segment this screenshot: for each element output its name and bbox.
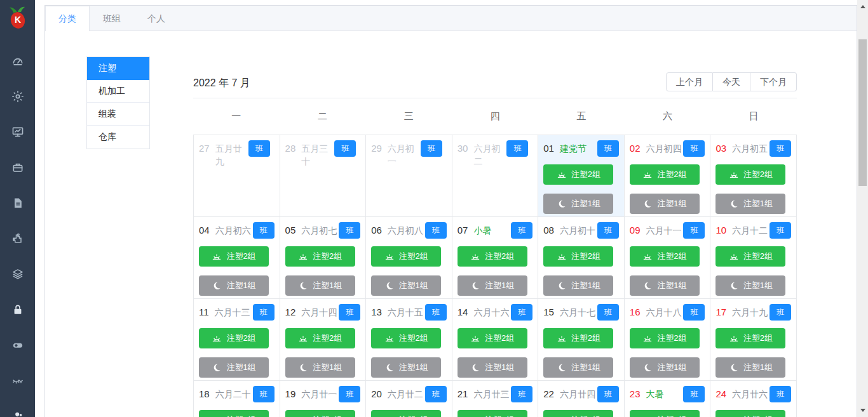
- shift-badge[interactable]: 班: [683, 304, 705, 321]
- eye-closed-icon[interactable]: [0, 363, 35, 399]
- shift-badge[interactable]: 班: [253, 386, 275, 402]
- tab-分类[interactable]: 分类: [45, 6, 90, 30]
- shift-badge[interactable]: 班: [770, 304, 791, 321]
- app-logo[interactable]: K: [5, 4, 31, 32]
- shift-badge[interactable]: 班: [683, 222, 705, 239]
- day-shift-button[interactable]: 注塑2组: [543, 410, 613, 417]
- shift-badge[interactable]: 班: [425, 304, 447, 321]
- category-menu-item[interactable]: 组装: [87, 103, 149, 126]
- day-shift-button[interactable]: 注塑2组: [458, 328, 527, 348]
- calendar-cell[interactable]: 27五月廿九班: [194, 135, 280, 217]
- gear-icon[interactable]: [0, 79, 35, 114]
- category-menu-item[interactable]: 机加工: [87, 80, 149, 103]
- calendar-cell[interactable]: 28五月三十班: [280, 135, 367, 217]
- category-menu-item[interactable]: 注塑: [87, 57, 149, 80]
- night-shift-button[interactable]: 注塑1组: [458, 357, 527, 378]
- day-shift-button[interactable]: 注塑2组: [543, 328, 613, 348]
- night-shift-button[interactable]: 注塑1组: [371, 357, 441, 378]
- day-shift-button[interactable]: 注塑2组: [458, 410, 527, 417]
- day-shift-button[interactable]: 注塑2组: [543, 164, 613, 185]
- shift-badge[interactable]: 班: [770, 386, 791, 402]
- calendar-cell[interactable]: 06六月初八班注塑2组注塑1组: [366, 217, 452, 299]
- shift-badge[interactable]: 班: [511, 222, 532, 239]
- shift-badge[interactable]: 班: [597, 304, 619, 321]
- shift-badge[interactable]: 班: [339, 304, 360, 321]
- night-shift-button[interactable]: 注塑1组: [371, 275, 441, 296]
- night-shift-button[interactable]: 注塑1组: [199, 275, 269, 296]
- puzzle-icon[interactable]: [0, 221, 35, 256]
- calendar-cell[interactable]: 17六月十九班注塑2组注塑1组: [710, 299, 797, 381]
- calendar-cell[interactable]: 20六月廿二班注塑2组注塑1组: [366, 381, 452, 417]
- calendar-cell[interactable]: 22六月廿四班注塑2组注塑1组: [538, 381, 625, 417]
- night-shift-button[interactable]: 注塑1组: [543, 275, 613, 296]
- night-shift-button[interactable]: 注塑1组: [543, 194, 613, 214]
- day-shift-button[interactable]: 注塑2组: [199, 328, 269, 348]
- day-shift-button[interactable]: 注塑2组: [715, 246, 785, 267]
- next-month-button[interactable]: 下个月: [750, 72, 797, 91]
- day-shift-button[interactable]: 注塑2组: [630, 246, 700, 267]
- shift-badge[interactable]: 班: [253, 304, 275, 321]
- shift-badge[interactable]: 班: [425, 386, 447, 402]
- monitor-chart-icon[interactable]: [0, 114, 35, 150]
- night-shift-button[interactable]: 注塑1组: [285, 357, 355, 378]
- calendar-cell[interactable]: 30六月初二班: [452, 135, 539, 217]
- calendar-cell[interactable]: 02六月初四班注塑2组注塑1组: [625, 135, 711, 217]
- calendar-cell[interactable]: 08六月初十班注塑2组注塑1组: [538, 217, 625, 299]
- scroll-down-icon[interactable]: [857, 405, 868, 416]
- night-shift-button[interactable]: 注塑1组: [543, 357, 613, 378]
- night-shift-button[interactable]: 注塑1组: [715, 357, 785, 378]
- user-icon[interactable]: [0, 399, 35, 417]
- calendar-cell[interactable]: 14六月十六班注塑2组注塑1组: [452, 299, 539, 381]
- night-shift-button[interactable]: 注塑1组: [199, 357, 269, 378]
- lock-icon[interactable]: [0, 292, 35, 328]
- calendar-cell[interactable]: 10六月十二班注塑2组注塑1组: [710, 217, 797, 299]
- day-shift-button[interactable]: 注塑2组: [199, 410, 269, 417]
- calendar-cell[interactable]: 16六月十八班注塑2组注塑1组: [625, 299, 711, 381]
- day-shift-button[interactable]: 注塑2组: [285, 246, 355, 267]
- calendar-cell[interactable]: 01建党节班注塑2组注塑1组: [538, 135, 625, 217]
- night-shift-button[interactable]: 注塑1组: [458, 275, 527, 296]
- night-shift-button[interactable]: 注塑1组: [630, 357, 700, 378]
- shift-badge[interactable]: 班: [253, 222, 275, 239]
- calendar-cell[interactable]: 03六月初五班注塑2组注塑1组: [710, 135, 797, 217]
- day-shift-button[interactable]: 注塑2组: [630, 164, 700, 185]
- calendar-cell[interactable]: 13六月十五班注塑2组注塑1组: [366, 299, 452, 381]
- day-shift-button[interactable]: 注塑2组: [630, 328, 700, 348]
- calendar-cell[interactable]: 23大暑班注塑2组注塑1组: [625, 381, 711, 417]
- shift-badge[interactable]: 班: [421, 140, 442, 157]
- shift-badge[interactable]: 班: [425, 222, 447, 239]
- shift-badge[interactable]: 班: [770, 140, 791, 157]
- tab-班组[interactable]: 班组: [90, 6, 134, 30]
- calendar-cell[interactable]: 18六月二十班注塑2组注塑1组: [194, 381, 280, 417]
- shift-badge[interactable]: 班: [597, 140, 619, 157]
- tab-个人[interactable]: 个人: [134, 6, 179, 30]
- shift-badge[interactable]: 班: [511, 386, 532, 402]
- toggle-icon[interactable]: [0, 328, 35, 363]
- shift-badge[interactable]: 班: [248, 140, 270, 157]
- day-shift-button[interactable]: 注塑2组: [715, 164, 785, 185]
- scrollbar-thumb[interactable]: [858, 39, 867, 186]
- day-shift-button[interactable]: 注塑2组: [285, 328, 355, 348]
- layers-icon[interactable]: [0, 256, 35, 292]
- day-shift-button[interactable]: 注塑2组: [371, 328, 441, 348]
- calendar-cell[interactable]: 19六月廿一班注塑2组注塑1组: [280, 381, 367, 417]
- day-shift-button[interactable]: 注塑2组: [630, 410, 700, 417]
- shift-badge[interactable]: 班: [683, 140, 705, 157]
- prev-month-button[interactable]: 上个月: [666, 72, 713, 91]
- night-shift-button[interactable]: 注塑1组: [630, 275, 700, 296]
- calendar-cell[interactable]: 29六月初一班: [366, 135, 452, 217]
- calendar-cell[interactable]: 24六月廿六班注塑2组注塑1组: [710, 381, 797, 417]
- day-shift-button[interactable]: 注塑2组: [458, 246, 527, 267]
- calendar-cell[interactable]: 21六月廿三班注塑2组注塑1组: [452, 381, 539, 417]
- shift-badge[interactable]: 班: [339, 222, 360, 239]
- shift-badge[interactable]: 班: [334, 140, 356, 157]
- shift-badge[interactable]: 班: [506, 140, 528, 157]
- day-shift-button[interactable]: 注塑2组: [285, 410, 355, 417]
- document-icon[interactable]: [0, 185, 35, 221]
- shift-badge[interactable]: 班: [770, 222, 791, 239]
- briefcase-icon[interactable]: [0, 150, 35, 185]
- calendar-cell[interactable]: 11六月十三班注塑2组注塑1组: [194, 299, 280, 381]
- calendar-cell[interactable]: 09六月十一班注塑2组注塑1组: [625, 217, 711, 299]
- dashboard-icon[interactable]: [0, 43, 35, 79]
- day-shift-button[interactable]: 注塑2组: [715, 410, 785, 417]
